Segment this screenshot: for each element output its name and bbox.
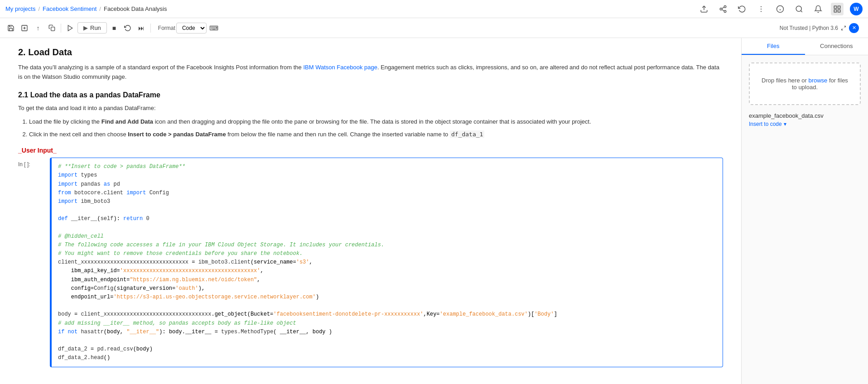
trust-label: Not Trusted | Python 3.6 [780,25,838,31]
list-item-2: Click in the next cell and then choose I… [29,129,723,139]
sidebar-content: Drop files here or browse for files to u… [742,55,868,384]
browse-link[interactable]: browse [808,77,827,84]
more-icon[interactable] [755,3,767,15]
code-line-2: import types [58,171,716,180]
breadcrumb-sep-2: / [99,5,101,12]
breadcrumb-current: Facebook Data Analysis [104,5,167,12]
breadcrumb-facebook-sentiment[interactable]: Facebook Sentiment [43,5,96,12]
insert-to-code-label: Insert to code [749,121,782,127]
keyboard-shortcut-button[interactable]: ⌨ [207,22,220,34]
format-select[interactable]: Code [176,23,207,34]
list-item-1: Load the file by clicking the Find and A… [29,116,723,127]
save-button[interactable] [5,22,17,34]
code-line-9: # You might want to remove those credent… [58,250,716,258]
trust-close-button[interactable]: ✕ [849,23,859,33]
section2-description: The data you’ll analyzing is a sample of… [18,63,723,82]
code-line-13: config=Config(signature_version='oauth')… [58,284,716,293]
ibm-watson-link[interactable]: IBM Watson Facebook page [303,64,377,71]
code-line-18: df_data_2 = pd.read_csv(body) [58,345,716,354]
code-line-12: ibm_auth_endpoint="https://iam.ng.bluemi… [58,276,716,284]
drop-zone: Drop files here or browse for files to u… [749,62,861,105]
svg-rect-16 [838,10,840,12]
copy-button[interactable] [45,22,58,34]
toolbar-separator-2 [150,24,151,33]
code-cell-wrapper: In [ ]: # **Insert to code > pandas Data… [18,158,723,367]
insert-to-code-chevron: ▾ [784,121,786,127]
code-line-3: import pandas as pd [58,180,716,189]
file-entry: example_facebook_data.csv Insert to code… [749,112,861,127]
code-line-5: import ibm_boto3 [58,197,716,206]
breadcrumb: My projects / Facebook Sentiment / Faceb… [5,5,167,12]
svg-rect-14 [834,6,836,8]
svg-rect-21 [51,27,54,31]
file-name: example_facebook_data.csv [749,112,861,119]
breadcrumb-sep-1: / [38,5,40,12]
trust-badge: Not Trusted | Python 3.6 ✕ [780,23,863,33]
info-icon[interactable] [774,3,786,15]
notifications-icon[interactable] [812,3,825,15]
search-topbar-icon[interactable] [793,3,805,15]
history-icon[interactable] [736,3,748,15]
add-cell-above-button[interactable] [18,22,31,34]
upload-icon[interactable] [698,3,710,15]
interrupt-button[interactable]: ■ [108,22,121,34]
topbar-actions: W [698,3,863,15]
code-line-6: def __iter__(self): return 0 [58,215,716,223]
cell-label: In [ ]: [18,158,45,168]
tab-connections[interactable]: Connections [805,38,868,55]
sidebar-tabs: Files Connections [742,38,868,55]
run-play-icon: ▶ [83,24,88,31]
svg-point-12 [796,6,801,11]
svg-point-8 [761,11,762,12]
fast-forward-button[interactable]: ⏭ [135,22,148,34]
section2-title: 2. Load Data [18,47,723,58]
trust-expand-icon [841,25,846,31]
toolbar-actions: ↑ ▶ Run ■ ⏭ Format Code ⌨ [5,22,220,34]
code-line-1: # **Insert to code > pandas DataFrame** [58,163,716,171]
run-prev-button[interactable] [64,22,77,34]
code-line-15: body = client_xxxxxxxxxxxxxxxxxxxxxxxxxx… [58,310,716,319]
svg-line-13 [800,10,802,12]
svg-point-1 [724,5,726,8]
code-line-16: # add missing __iter__ method, so pandas… [58,319,716,328]
code-line-19: df_data_2.head() [58,354,716,362]
user-input-label: _User Input_ [18,147,723,154]
user-icon[interactable]: W [850,3,863,15]
drop-zone-text: Drop files here or [762,77,808,84]
code-line-8: # The following code accesses a file in … [58,241,716,250]
svg-point-6 [761,6,762,7]
move-up-button[interactable]: ↑ [32,22,44,34]
share-icon[interactable] [717,3,729,15]
sidebar: Files Connections Drop files here or bro… [741,38,868,384]
svg-point-7 [761,8,762,9]
instruction-list: Load the file by clicking the Find and A… [29,116,723,139]
svg-point-2 [720,8,722,10]
code-line-14: endpoint_url='https://s3-api.us-geo.obje… [58,293,716,302]
code-line-11: ibm_api_key_id='xxxxxxxxxxxxxxxxxxxxxxxx… [58,267,716,275]
notebook-area: 2. Load Data The data you’ll analyzing i… [0,38,741,384]
breadcrumb-my-projects[interactable]: My projects [5,5,35,12]
svg-line-5 [722,7,724,8]
insert-to-code-button[interactable]: Insert to code ▾ [749,121,861,127]
svg-marker-22 [68,25,72,31]
svg-rect-15 [838,6,840,8]
svg-line-4 [722,10,724,11]
code-line-10: client_xxxxxxxxxxxxxxxxxxxxxxxxxxxxxxxxx… [58,258,716,267]
toolbar-separator-1 [61,24,61,33]
run-button[interactable]: ▶ Run [77,22,107,34]
section21-title: 2.1 Load the data as a pandas DataFrame [18,91,723,99]
code-cell[interactable]: # **Insert to code > pandas DataFrame** … [50,158,723,367]
svg-point-3 [724,10,726,13]
svg-rect-17 [834,10,836,12]
restart-button[interactable] [121,22,134,34]
format-label: Format [158,25,175,31]
code-line-7: # @hidden_cell [58,232,716,241]
code-line-17: if not hasattr(body, "__iter__"): body._… [58,328,716,336]
grid-icon[interactable] [831,3,844,15]
section21-desc: To get the data and load it into a panda… [18,104,723,113]
run-label: Run [90,24,101,31]
code-line-4: from botocore.client import Config [58,189,716,197]
svg-line-23 [844,26,846,28]
svg-line-24 [842,29,844,30]
tab-files[interactable]: Files [742,38,805,55]
